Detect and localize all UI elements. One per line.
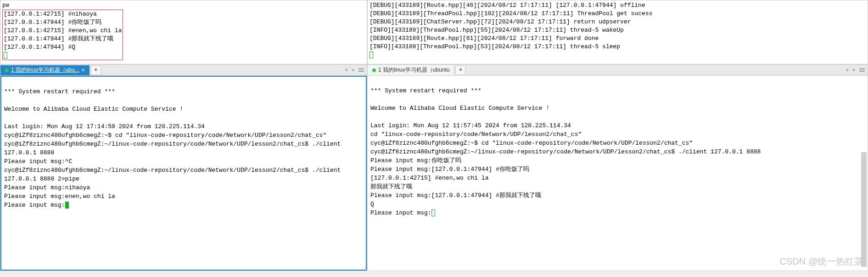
tab-label: 1 我的linux学习机器（ubu... <box>11 66 79 74</box>
tab-next-icon[interactable]: ► <box>851 67 857 73</box>
terminal-text: *** System restart required *** Welcome … <box>370 87 761 216</box>
tab-label: 1 我的linux学习机器（ubuntu <box>378 66 449 74</box>
terminal-body[interactable]: *** System restart required *** Welcome … <box>0 76 367 271</box>
log-line: [127.0.0.1:42715] #enen,wo chi la <box>4 27 122 35</box>
scrollbar-thumb[interactable] <box>861 152 867 267</box>
tab-prev-icon[interactable]: ◄ <box>343 67 349 73</box>
bottom-left-pane: 1 我的linux学习机器（ubu... × + ◄ ► *** System … <box>0 64 367 271</box>
log-line: [INFO][433189][ThreadPool.hpp][53][2024/… <box>370 43 866 51</box>
top-right-terminal[interactable]: [DEBUG][433189][Route.hpp][46][2024/08/1… <box>367 0 868 64</box>
new-tab-button[interactable]: + <box>455 66 465 75</box>
tabbar: 1 我的linux学习机器（ubu... × + ◄ ► <box>0 65 367 76</box>
tab-session-1[interactable]: 1 我的linux学习机器（ubu... × <box>0 65 90 75</box>
log-line: [DEBUG][433189][ThreadPool.hpp][102][202… <box>370 10 866 18</box>
status-dot-icon <box>372 68 376 72</box>
cursor-icon <box>4 52 7 59</box>
terminal-body[interactable]: *** System restart required *** Welcome … <box>368 76 868 271</box>
status-dot-icon <box>5 68 9 72</box>
log-line: [INFO][433189][ThreadPool.hpp][55][2024/… <box>370 26 866 34</box>
cursor-icon <box>431 209 435 216</box>
close-icon[interactable]: × <box>82 67 85 73</box>
log-line: [127.0.0.1:47944] #你吃饭了吗 <box>4 18 122 27</box>
cursor-icon <box>370 51 373 58</box>
log-line: [DEBUG][433189][ChatServer.hpp][72][2024… <box>370 18 866 26</box>
log-line: [127.0.0.1:42715] #nihaoya <box>4 10 122 18</box>
log-line: [127.0.0.1:47944] #Q <box>4 43 122 51</box>
tab-next-icon[interactable]: ► <box>350 67 357 73</box>
new-tab-button[interactable]: + <box>91 66 101 75</box>
log-line: [DEBUG][433189][Route.hpp][61][2024/08/1… <box>370 34 866 43</box>
tab-prev-icon[interactable]: ◄ <box>844 67 850 73</box>
log-line: [DEBUG][433189][Route.hpp][46][2024/08/1… <box>370 1 866 10</box>
terminal-text: *** System restart required *** Welcome … <box>4 88 344 209</box>
tab-menu-icon[interactable] <box>358 67 365 74</box>
log-line: [127.0.0.1:47944] #那我就下线了哦 <box>4 35 122 43</box>
top-left-terminal[interactable]: pe [127.0.0.1:42715] #nihaoya [127.0.0.1… <box>0 0 367 64</box>
stray-text: pe <box>2 1 365 10</box>
tab-session-1[interactable]: 1 我的linux学习机器（ubuntu <box>368 65 454 75</box>
bottom-right-pane: 1 我的linux学习机器（ubuntu + ◄ ► *** System re… <box>367 64 868 271</box>
cursor-icon <box>65 202 69 209</box>
tab-menu-icon[interactable] <box>858 67 866 74</box>
highlighted-output: [127.0.0.1:42715] #nihaoya [127.0.0.1:47… <box>2 10 123 60</box>
tabbar: 1 我的linux学习机器（ubuntu + ◄ ► <box>368 65 868 76</box>
